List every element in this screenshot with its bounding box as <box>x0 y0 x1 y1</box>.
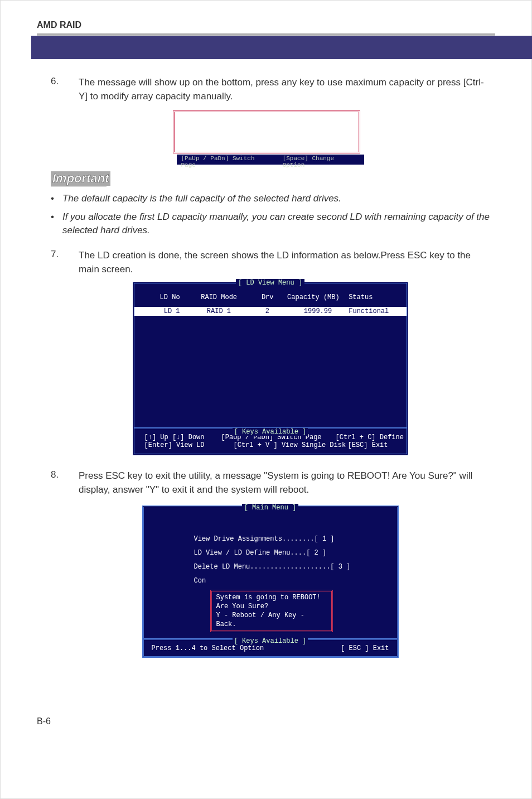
main-menu-title: [ Main Menu ] <box>242 504 299 512</box>
bios-small-footer-right: [Space] Change Option <box>283 155 360 164</box>
step-8-text: Press ESC key to exit the utility, a mes… <box>79 469 490 497</box>
ld-row-status: Functional <box>343 307 391 315</box>
bios-small-footer-left: [PaUp / PaDn] Switch Page <box>181 155 273 164</box>
mm-keys-right: [ ESC ] Exit <box>341 644 389 652</box>
step-7-number: 7. <box>51 249 65 276</box>
ld-row-cap: 1999.99 <box>283 307 343 315</box>
ld-row-drv: 2 <box>251 307 283 315</box>
step-6-number: 6. <box>51 76 65 103</box>
page-number: B-6 <box>1 694 531 726</box>
ld-keys-1a: [↑] Up [↓] Down <box>144 434 205 441</box>
ld-col-no: LD No <box>149 293 187 301</box>
important-bullet-2: If you allocate the first LD capacity ma… <box>62 210 490 238</box>
main-menu-item-1: View Drive Assignments........[ 1 ] <box>194 532 378 546</box>
ld-row-no: LD 1 <box>149 307 187 315</box>
ld-col-drv: Drv <box>252 293 284 301</box>
step-6-text: The message will show up on the bottom, … <box>79 76 490 103</box>
ld-col-mode: RAID Mode <box>187 293 252 301</box>
ld-row-selected: LD 1 RAID 1 2 1999.99 Functional <box>134 307 407 316</box>
step-8-number: 8. <box>51 469 65 497</box>
main-menu-item-2: LD View / LD Define Menu....[ 2 ] <box>194 546 378 560</box>
bios-modify-capacity-screenshot: Press Ctrl-Y to Modify Array Capacity or… <box>173 110 368 165</box>
bios-small-line2: other key to use maximum capacity... <box>178 138 355 151</box>
reboot-line-2: Are You Sure? <box>216 602 327 611</box>
mm-keys-left: Press 1...4 to Select Option <box>152 644 264 652</box>
main-menu-item-4-prefix: Con <box>194 574 378 588</box>
ld-row-mode: RAID 1 <box>187 307 252 315</box>
ld-keys-1c: [Ctrl + C] Define LD <box>336 434 416 441</box>
ld-view-menu-screenshot: [ LD View Menu ] LD No RAID Mode Drv Cap… <box>133 282 408 455</box>
ld-keys-2a: [Enter] View LD <box>144 441 217 449</box>
main-menu-screenshot: [ Main Menu ] View Drive Assignments....… <box>142 506 399 658</box>
reboot-line-3: Y - Reboot / Any Key - Back. <box>216 611 327 629</box>
reboot-confirm-dialog: System is going to REBOOT! Are You Sure?… <box>210 590 333 633</box>
doc-header-title: AMD RAID <box>37 20 495 30</box>
bios-small-line1: Press Ctrl-Y to Modify Array Capacity or… <box>178 114 355 138</box>
ld-col-cap: Capacity (MB) <box>284 293 343 301</box>
ld-keys-title: [ Keys Available ] <box>233 428 308 436</box>
ld-body-empty <box>134 316 407 427</box>
ld-col-status: Status <box>343 293 391 301</box>
header-blue-bar <box>31 36 532 59</box>
important-callout: Important The default capacity is the fu… <box>51 170 490 238</box>
ld-keys-2c: [ESC] Exit <box>348 441 388 449</box>
main-menu-item-3: Delete LD Menu....................[ 3 ] <box>194 560 378 574</box>
ld-keys-2b: [Ctrl + V ] View Single Disk <box>234 441 331 449</box>
ld-view-title: [ LD View Menu ] <box>236 279 304 287</box>
step-7-text: The LD creation is done, the screen show… <box>79 249 490 276</box>
mm-keys-title: [ Keys Available ] <box>233 637 308 645</box>
important-bullet-1: The default capacity is the full capacit… <box>62 192 341 206</box>
reboot-line-1: System is going to REBOOT! <box>216 593 327 602</box>
important-label: Important <box>51 171 110 186</box>
